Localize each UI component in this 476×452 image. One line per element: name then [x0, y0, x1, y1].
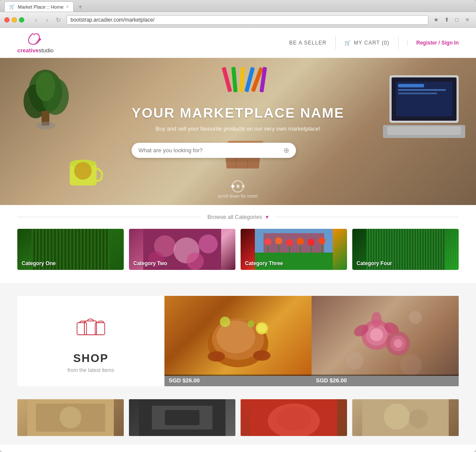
svg-point-76: [346, 352, 363, 369]
hero-laptop-decoration: [381, 67, 467, 146]
logo-icon: [27, 31, 44, 46]
hero-plant-decoration: [17, 62, 74, 140]
browser-tab[interactable]: 🛒 Market Place :: Home ×: [4, 1, 74, 12]
svg-point-71: [371, 312, 382, 327]
categories-section: Browse all Categories ▾: [0, 205, 476, 283]
svg-point-77: [409, 311, 422, 324]
logo[interactable]: creativestudio: [17, 31, 54, 54]
cart-button[interactable]: 🛒 MY CART (0): [344, 40, 389, 46]
scroll-indicator: 0 scroll down for more!: [218, 180, 258, 199]
back-button[interactable]: ‹: [31, 15, 41, 25]
svg-rect-84: [165, 410, 199, 425]
category-card-four[interactable]: Category Four: [352, 229, 459, 270]
svg-rect-10: [222, 67, 232, 93]
categories-header: Browse all Categories ▾: [17, 214, 459, 220]
bottom-product-card-3[interactable]: [241, 399, 347, 436]
search-icon[interactable]: ⊕: [283, 146, 289, 154]
traffic-lights: [4, 17, 24, 22]
bottom-product-card-4[interactable]: [352, 399, 459, 436]
tab-close-button[interactable]: ×: [66, 4, 69, 9]
svg-point-89: [384, 404, 410, 430]
bottom-product-card-2[interactable]: [129, 399, 235, 436]
minimize-window-button[interactable]: [12, 17, 17, 22]
category-card-two[interactable]: Category Two: [129, 229, 235, 270]
menu-icon[interactable]: ≡: [463, 16, 472, 24]
browser-tools: ★ ⬆ □ ≡: [432, 16, 472, 24]
svg-point-78: [400, 354, 422, 376]
register-signin-link[interactable]: Register / Sign In: [407, 40, 459, 46]
browser-window: 🛒 Market Place :: Home × + ‹ › ↻ bootstr…: [0, 0, 476, 452]
logo-normal: studio: [39, 47, 54, 54]
svg-point-43: [297, 238, 304, 245]
cart-label: MY CART (0): [354, 40, 389, 46]
hero-content: YOUR MARKETPLACE NAME Buy and sell your …: [132, 105, 344, 158]
search-input[interactable]: [138, 147, 283, 154]
price-badge-1: SGD $26.00: [164, 375, 312, 386]
search-bar[interactable]: ⊕: [132, 143, 296, 158]
product-price-1: SGD $26.00: [169, 377, 200, 384]
svg-rect-25: [398, 84, 424, 87]
svg-point-64: [248, 321, 254, 327]
scroll-text: scroll down for more!: [218, 194, 258, 199]
header-line-left: [17, 217, 201, 217]
refresh-button[interactable]: ↻: [54, 15, 63, 25]
page-content: creativestudio BE A SELLER 🛒 MY CART (0)…: [0, 28, 476, 452]
category-label-three: Category Three: [245, 260, 283, 266]
browser-nav: ‹ › ↻: [31, 15, 63, 25]
tab-bar: 🛒 Market Place :: Home × +: [0, 0, 476, 12]
nav-divider-2: [398, 36, 399, 49]
logo-text: creativestudio: [17, 46, 54, 54]
shop-bags-icon: [74, 309, 108, 345]
svg-point-61: [208, 351, 225, 362]
bottom-products-row: [0, 399, 476, 445]
svg-point-42: [286, 239, 293, 246]
hero-banner: YOUR MARKETPLACE NAME Buy and sell your …: [0, 58, 476, 205]
category-card-one[interactable]: Category One: [17, 229, 124, 270]
hero-subtitle: Buy and sell your favourite products on …: [132, 125, 344, 132]
shop-title: SHOP: [73, 352, 109, 365]
price-badge-2: SGD $26.00: [312, 375, 459, 386]
hero-title: YOUR MARKETPLACE NAME: [132, 105, 344, 121]
svg-point-69: [370, 328, 383, 341]
star-icon[interactable]: ★: [432, 16, 441, 24]
hero-pencils-decoration: [220, 64, 280, 96]
svg-point-66: [257, 324, 266, 333]
forward-button[interactable]: ›: [42, 15, 52, 25]
new-tab-button[interactable]: +: [75, 2, 86, 12]
svg-point-62: [253, 350, 270, 361]
svg-rect-23: [387, 126, 461, 135]
svg-point-40: [264, 238, 271, 245]
categories-title-area: Browse all Categories ▾: [201, 214, 275, 220]
tab-title: Market Place :: Home: [18, 4, 64, 10]
category-label-four: Category Four: [357, 260, 392, 266]
browse-categories-label: Browse all Categories: [207, 214, 262, 220]
categories-grid: Category One Category Two: [17, 229, 459, 270]
site-header: creativestudio BE A SELLER 🛒 MY CART (0)…: [0, 28, 476, 58]
svg-rect-26: [398, 89, 446, 91]
svg-rect-27: [398, 93, 437, 94]
shop-grid: SHOP from the latest items: [17, 296, 459, 386]
category-card-three[interactable]: Category Three: [241, 229, 347, 270]
close-window-button[interactable]: [4, 17, 10, 22]
scroll-circle: 0: [232, 180, 244, 192]
maximize-window-button[interactable]: [19, 17, 24, 22]
product-card-1[interactable]: SGD $26.00: [164, 296, 312, 386]
svg-point-9: [74, 162, 92, 180]
address-bar[interactable]: bootstrap.arcadier.com/marketplace/: [67, 15, 428, 25]
product-card-2[interactable]: SGD $26.00: [312, 296, 459, 386]
svg-point-6: [36, 122, 55, 129]
browser-titlebar: ‹ › ↻ bootstrap.arcadier.com/marketplace…: [0, 12, 476, 28]
be-seller-link[interactable]: BE A SELLER: [289, 40, 326, 46]
svg-rect-12: [239, 67, 245, 93]
hero-cup-decoration: [65, 151, 104, 192]
extensions-icon[interactable]: □: [453, 16, 461, 24]
bottom-product-card-1[interactable]: [17, 399, 124, 436]
share-icon[interactable]: ⬆: [442, 16, 451, 24]
svg-point-41: [275, 237, 282, 244]
header-line-right: [275, 217, 459, 217]
tab-favicon: 🛒: [9, 4, 15, 10]
svg-point-75: [394, 339, 402, 348]
shop-section: SHOP from the latest items: [0, 283, 476, 399]
svg-rect-56: [77, 323, 87, 335]
svg-rect-39: [264, 233, 324, 253]
